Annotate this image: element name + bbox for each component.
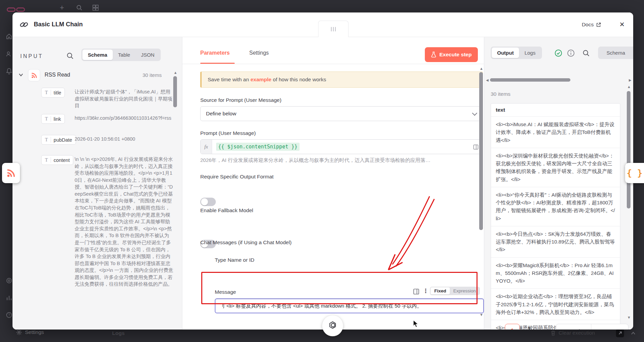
sidebar-insights-icon[interactable] [6, 294, 12, 301]
canvas-search-icon[interactable] [76, 5, 82, 11]
canvas-grid-icon[interactable] [93, 5, 99, 11]
source-node-name[interactable]: RSS Read [45, 72, 70, 78]
openai-icon [327, 320, 338, 332]
collapse-chevron-icon[interactable] [631, 332, 635, 335]
field-pill-pubdate[interactable]: T pubDate [41, 135, 76, 145]
input-scrollbar[interactable] [173, 76, 177, 107]
execute-step-button[interactable]: Execute step [425, 47, 478, 62]
sidebar-home-icon[interactable] [6, 33, 12, 40]
panel-drag-handle[interactable] [318, 21, 349, 37]
info-icon[interactable] [567, 49, 575, 57]
pop-out-icon[interactable] [616, 329, 624, 337]
source-select[interactable]: Define below [200, 106, 483, 121]
fallback-label: Enable Fallback Model [200, 207, 253, 213]
output-scrollbar[interactable] [627, 91, 630, 208]
tab-table[interactable]: Table [113, 50, 136, 60]
scroll-down-icon[interactable]: ▼ [480, 313, 483, 317]
sidebar-users-icon[interactable] [6, 51, 12, 57]
sidebar-bell-icon[interactable] [6, 68, 12, 75]
expand-expression-icon[interactable] [473, 144, 479, 150]
fixed-option[interactable]: Fixed [431, 287, 450, 294]
params-scrollbar[interactable] [479, 72, 483, 230]
docs-link[interactable]: Docs [582, 22, 601, 28]
sidebar-templates-icon[interactable] [6, 277, 12, 284]
output-row[interactable]: <li><b>荣耀Magic8系列新机</b>：Pro Air 轻薄6.1mm、… [491, 258, 620, 289]
tab-output[interactable]: Output [492, 48, 519, 58]
source-label: Source for Prompt (User Message) [200, 97, 281, 103]
page-prev-icon[interactable]: ‹ [495, 326, 497, 330]
output-row[interactable]: <li><b>深圳编中新材获北极光创投天使轮融资</b>：获北极光创投天使轮，研… [491, 148, 620, 187]
prompt-label: Prompt (User Message) [200, 130, 256, 136]
trash-icon [550, 330, 556, 336]
mouse-cursor [413, 320, 420, 329]
canvas-add-icon[interactable]: + [60, 4, 64, 11]
tab-settings[interactable]: Settings [249, 50, 269, 56]
options-dots-icon[interactable]: ⋮ [423, 287, 429, 294]
columns-icon[interactable] [413, 288, 419, 295]
tab-schema[interactable]: Schema [82, 50, 113, 60]
input-search-icon[interactable] [67, 52, 74, 59]
sidebar-help-icon[interactable]: ? [6, 312, 12, 318]
field-pill-link[interactable]: T link [41, 114, 65, 124]
output-view-tabs: Schema [598, 47, 633, 59]
parameters-panel: Parameters Settings Execute step Save ti… [182, 37, 484, 330]
prompt-expression-field[interactable]: fx {{ $json.contentSnippet }} [200, 139, 483, 154]
openai-model-node[interactable] [322, 315, 343, 336]
svg-text:?: ? [8, 313, 10, 317]
page-1-button[interactable]: 1 [505, 324, 520, 330]
output-items-count: 30 items [491, 91, 511, 97]
require-format-label: Require Specific Output Format [200, 174, 274, 180]
field-value-link[interactable]: https://36kr.com/p/3646630011031426?f=rs… [75, 115, 173, 122]
settings-label: Settings [25, 329, 44, 335]
require-format-toggle[interactable] [200, 198, 216, 206]
field-value-pubdate[interactable]: 2026-01-20 10:56:01 +0800 [75, 136, 159, 143]
example-notice: Save time with an example of how this no… [200, 72, 483, 88]
settings-item[interactable]: Settings [16, 329, 44, 335]
output-row[interactable]: <li><b>iMuse.AI：AI 赋能服装虚拟研发</b>：提升设计效率、降… [491, 117, 620, 148]
rss-node-icon [28, 69, 40, 81]
output-h-scrollbar[interactable] [490, 78, 570, 82]
input-view-tabs: Schema Table JSON [81, 49, 161, 61]
output-row[interactable]: <li><b>“你今天真好看”：AI驱动的全链路皮肤检测与个性化护肤</b>：A… [491, 187, 620, 226]
output-row[interactable]: <li><b>近期企业动态</b>：理想增资至3亿，良品铺子2025净亏1.2-… [491, 289, 620, 320]
chevron-down-icon [615, 327, 621, 330]
rss-read-node[interactable] [2, 163, 20, 183]
chevron-down-icon [472, 111, 478, 116]
flask-icon [431, 52, 436, 58]
screen: + ? Settings Logs Clear execution [0, 0, 644, 342]
field-pill-title[interactable]: T title [41, 88, 65, 97]
logs-drawer-toggle[interactable]: Logs [112, 330, 125, 336]
h-scroll-left-icon[interactable]: ◀ [486, 78, 489, 82]
fx-icon: fx [201, 140, 212, 154]
scroll-up-icon[interactable]: ▲ [174, 71, 177, 75]
close-icon[interactable]: ✕ [619, 21, 625, 28]
json-braces-node[interactable]: { } [625, 163, 644, 183]
execute-step-label: Execute step [439, 52, 472, 58]
tab-parameters[interactable]: Parameters [200, 50, 230, 56]
tab-logs[interactable]: Logs [519, 48, 541, 58]
h-scroll-right-icon[interactable]: ▶ [629, 78, 632, 82]
expression-option[interactable]: Expression [450, 287, 479, 294]
field-value-title[interactable]: 让设计师成为“超级个体”，「iMuse.AI」想用虚拟研发破局服装行业的同质化困… [75, 88, 173, 109]
scroll-down-icon[interactable]: ▼ [627, 316, 631, 319]
example-link[interactable]: example [251, 77, 272, 83]
clear-execution-button[interactable]: Clear execution [550, 330, 595, 336]
collapse-chevron-icon[interactable] [19, 73, 23, 77]
page-next-icon[interactable]: › [544, 326, 546, 330]
tab-json[interactable]: JSON [135, 50, 160, 60]
message-input[interactable] [215, 298, 484, 313]
field-pill-content[interactable]: T content [41, 155, 73, 165]
output-row[interactable]: <li><b>今日热点</b>：SK海力士发放64万绩效、春运车票抢空、万科被执… [491, 226, 620, 258]
modal-header: Basic LLM Chain Docs ✕ [12, 12, 633, 37]
input-items-count: 30 items [143, 72, 162, 78]
field-value-content[interactable]: \n \n \n <p>2026年, AI 行业发展或将迎来分水岭，从以概念与叙… [75, 156, 173, 326]
tab-schema[interactable]: Schema [599, 48, 633, 58]
output-table: text <li><b>iMuse.AI：AI 赋能服装虚拟研发</b>：提升设… [491, 103, 620, 330]
success-check-icon [555, 49, 562, 57]
scroll-up-icon[interactable]: ▲ [627, 85, 631, 89]
page-size-control[interactable]: Page Size 25 [556, 324, 628, 330]
scroll-up-icon[interactable]: ▲ [480, 67, 483, 70]
output-search-icon[interactable] [583, 50, 590, 57]
page-2-button[interactable]: 2 [527, 326, 531, 330]
gear-icon [16, 330, 22, 335]
